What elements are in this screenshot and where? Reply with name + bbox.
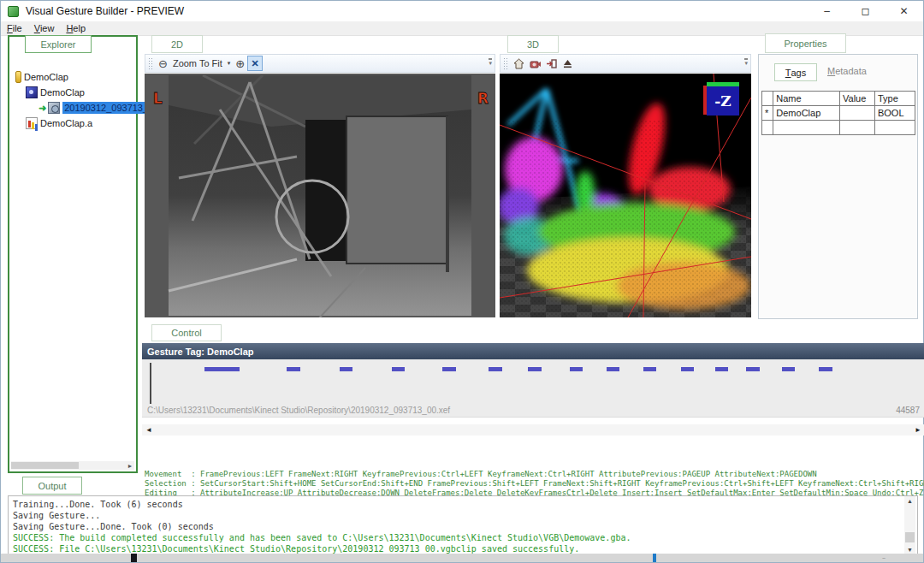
output-log[interactable]: Training...Done. Took (6) secondsSaving … [8,495,918,555]
tag-type-cell[interactable]: BOOL [874,106,915,121]
visual-gesture-builder-window: Visual Gesture Builder - PREVIEW – ◻ ✕ F… [0,0,924,563]
tab-control[interactable]: Control [151,324,222,341]
tab-metadata[interactable]: Metadata [827,66,867,76]
right-marker: R [477,90,489,107]
timeline-keyframe-mark[interactable] [643,367,657,371]
timeline-keyframe-mark[interactable] [681,367,695,371]
tab-explorer[interactable]: Explorer [25,35,92,53]
timeline-keyframe-mark[interactable] [570,367,583,371]
tree-item-icon [15,71,21,83]
timeline-keyframe-mark[interactable] [715,367,729,371]
timeline-keyframe-mark[interactable] [607,367,620,371]
scrollbar-thumb[interactable] [11,462,79,469]
timeline-keyframe-mark[interactable] [746,367,760,371]
point-cloud-view-3d[interactable]: -Z [500,74,751,317]
timeline-keyframe-mark[interactable] [392,367,406,371]
home-view-icon[interactable] [512,57,525,70]
pan-view-icon[interactable] [545,57,558,70]
table-row[interactable]: * DemoClap BOOL [762,106,915,121]
timeline-keyframe-mark[interactable] [489,367,502,371]
tag-name-cell[interactable]: DemoClap [773,106,840,121]
tree-item[interactable]: ➜ DemoClap [11,85,127,100]
zoom-mode-dropdown[interactable]: Zoom To Fit [170,56,225,71]
frame-count-label: 44587 [896,406,920,415]
tree-item[interactable]: ➜ DemoClap [11,69,127,85]
tree-item-icon [26,117,38,129]
zoom-in-icon[interactable]: ⊕ [233,56,247,71]
help-line: Movement : FramePrevious:LEFT FrameNext:… [145,470,923,479]
taskbar-gray-mark: ~ [882,555,886,561]
keyboard-help-text: Movement : FramePrevious:LEFT FrameNext:… [145,442,923,498]
timeline-keyframe-mark[interactable] [287,367,300,371]
left-marker: L [153,90,163,107]
timeline-keyframe-mark[interactable] [528,367,542,371]
window-title: Visual Gesture Builder - PREVIEW [26,5,184,17]
scroll-right-icon[interactable]: ► [915,426,921,434]
close-view-icon[interactable]: ✕ [247,56,263,71]
timeline-scrollbar[interactable]: ◄ ► [142,424,924,436]
timeline-keyframe-mark[interactable] [442,367,456,371]
tree-item-icon [48,102,60,114]
timeline-keyframe-mark[interactable] [782,367,796,371]
tree-item-icon [26,86,38,98]
depth-image [169,75,471,317]
scroll-up-icon[interactable]: ▲ [904,498,915,504]
toolbar-overflow-icon[interactable]: ▾ [489,58,492,67]
timeline-cursor[interactable] [150,363,151,404]
maximize-button[interactable]: ◻ [846,1,885,21]
taskbar-dark-tick [131,554,137,562]
title-bar: Visual Gesture Builder - PREVIEW – ◻ ✕ [1,1,923,21]
tag-value-cell[interactable] [840,106,875,121]
chevron-down-icon[interactable]: ▾ [228,60,231,67]
timeline-keyframe-mark[interactable] [340,367,353,371]
tab-2d[interactable]: 2D [151,35,203,53]
orbit-camera-icon[interactable] [529,57,542,70]
minimize-button[interactable]: – [808,1,846,21]
tab-properties[interactable]: Properties [765,33,846,53]
gesture-tag-header: Gesture Tag: DemoClap [142,343,924,359]
output-line: Saving Gesture... [13,510,903,521]
table-row[interactable] [762,121,915,135]
output-scrollbar[interactable]: ▲ ▼ [904,496,915,554]
tab-output[interactable]: Output [22,477,82,495]
timeline-keyframe-mark[interactable] [819,367,832,371]
table-header-row: Name Value Type [762,92,915,106]
zoom-extents-icon[interactable] [561,57,574,70]
zoom-out-icon[interactable]: ⊖ [156,56,170,71]
current-item-arrow-icon: ➜ [38,103,46,114]
explorer-panel: ➜ DemoClap ➜ DemoClap ➜ 20190312_093713_… [8,35,138,473]
tab-tags[interactable]: Tags [774,63,817,81]
scroll-right-icon[interactable]: ► [126,461,134,470]
timeline-keyframe-mark[interactable] [204,367,240,371]
explorer-horizontal-scrollbar[interactable]: ► [11,461,134,470]
depth-view-2d[interactable]: L R [145,74,495,317]
column-type[interactable]: Type [874,92,915,106]
row-marker: * [762,106,773,121]
scroll-down-icon[interactable]: ▼ [904,547,915,553]
column-name[interactable]: Name [773,92,840,106]
tree-item[interactable]: ➜ 20190312_093713_00 [11,100,127,116]
output-line: Saving Gesture...Done. Took (0) seconds [13,521,903,532]
toolbar-3d: ▾ [500,54,751,73]
menu-item[interactable]: File [1,23,28,33]
axis-cube: -Z [703,82,739,116]
toolbar-grip-icon[interactable] [148,57,152,69]
output-line: SUCCESS: The build completed successfull… [13,532,903,543]
toolbar-overflow-icon[interactable]: ▾ [744,58,748,67]
menu-item[interactable]: View [28,23,61,33]
toolbar-2d: ⊖ Zoom To Fit ▾ ⊕ ✕ ▾ [145,54,495,73]
tree-item[interactable]: ➜ DemoClap.a [11,116,127,131]
explorer-tree: ➜ DemoClap ➜ DemoClap ➜ 20190312_093713_… [11,69,127,131]
axis-label: -Z [714,92,731,110]
close-button[interactable]: ✕ [885,1,923,21]
taskbar-edge: ~ [1,554,923,562]
help-line: Selection : SetCursorStart:Shift+HOME Se… [145,479,923,489]
gesture-timeline[interactable]: C:\Users\13231\Documents\Kinect Studio\R… [142,359,924,418]
toolbar-grip-icon[interactable] [503,57,507,69]
column-value[interactable]: Value [840,92,875,106]
scrollbar-thumb[interactable] [905,532,915,542]
tab-3d[interactable]: 3D [507,35,559,53]
menu-item[interactable]: Help [60,23,92,33]
scroll-left-icon[interactable]: ◄ [145,426,152,434]
tags-table: Name Value Type * DemoClap BOOL [761,91,915,135]
